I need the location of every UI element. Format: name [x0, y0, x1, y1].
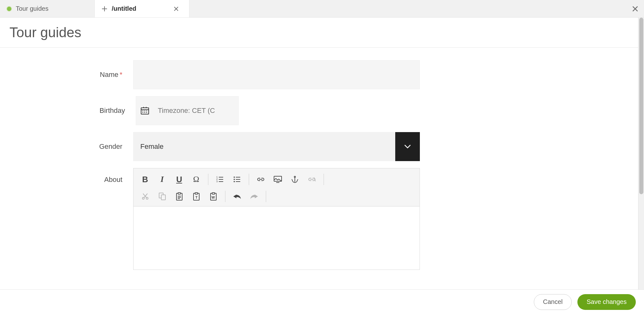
content-pane: Tour guides Name* Birthday	[0, 18, 638, 289]
label-name: Name*	[9, 71, 133, 79]
rich-text-editor: B I U Ω 1 2 3	[133, 168, 420, 270]
rte-toolbar: B I U Ω 1 2 3	[134, 168, 420, 206]
page-title: Tour guides	[0, 18, 638, 47]
toolbar-separator	[266, 191, 266, 202]
bold-button[interactable]: B	[137, 172, 153, 187]
form: Name* Birthday	[0, 48, 429, 270]
toolbar-separator	[324, 174, 324, 185]
svg-text:W: W	[212, 195, 215, 199]
paste-word-button[interactable]: W	[206, 189, 221, 204]
save-button[interactable]: Save changes	[577, 294, 636, 310]
redo-button[interactable]	[246, 189, 262, 204]
gender-select[interactable]: Female	[133, 132, 420, 161]
tab-label: /untitled	[112, 5, 136, 12]
birthday-input[interactable]	[153, 96, 239, 125]
link-button[interactable]	[253, 172, 269, 187]
row-gender: Gender Female	[9, 132, 420, 161]
unlink-button[interactable]	[304, 172, 320, 187]
svg-point-8	[294, 176, 295, 177]
status-dot-icon	[6, 6, 12, 12]
svg-point-4	[234, 177, 235, 178]
required-asterisk: *	[120, 71, 122, 78]
cancel-button[interactable]: Cancel	[534, 294, 572, 310]
svg-text:T: T	[195, 195, 198, 199]
svg-rect-16	[195, 193, 198, 194]
label-about: About	[9, 168, 133, 184]
label-birthday: Birthday	[9, 107, 136, 115]
ordered-list-button[interactable]: 1 2 3	[212, 172, 228, 187]
toolbar-separator	[225, 191, 225, 202]
scrollbar[interactable]	[638, 18, 644, 289]
calendar-icon[interactable]	[136, 96, 153, 125]
label-gender: Gender	[9, 142, 133, 151]
image-button[interactable]	[270, 172, 286, 187]
paste-button[interactable]	[171, 189, 187, 204]
paste-text-button[interactable]: T	[188, 189, 204, 204]
svg-rect-19	[212, 193, 215, 194]
unordered-list-button[interactable]	[229, 172, 245, 187]
row-about: About B I U Ω 1 2	[9, 168, 420, 270]
svg-rect-14	[178, 193, 181, 194]
cut-button[interactable]	[137, 189, 153, 204]
toolbar-separator	[249, 174, 249, 185]
underline-button[interactable]: U	[171, 172, 187, 187]
row-birthday: Birthday	[9, 96, 420, 125]
svg-point-5	[234, 179, 235, 180]
plus-icon	[101, 5, 108, 12]
svg-text:3: 3	[216, 180, 218, 183]
anchor-button[interactable]	[287, 172, 303, 187]
row-name: Name*	[9, 60, 420, 89]
tab-bar: Tour guides /untitled	[0, 0, 644, 18]
copy-button[interactable]	[154, 189, 170, 204]
italic-button[interactable]: I	[154, 172, 170, 187]
viewport: Tour guides Name* Birthday	[0, 18, 644, 289]
tab-tour-guides[interactable]: Tour guides	[0, 0, 95, 17]
scrollbar-thumb[interactable]	[639, 18, 643, 194]
close-tab-button[interactable]	[173, 5, 180, 12]
gender-select-value: Female	[133, 132, 395, 161]
chevron-down-icon[interactable]	[395, 132, 420, 161]
close-panel-button[interactable]	[626, 0, 644, 17]
special-char-button[interactable]: Ω	[188, 172, 204, 187]
footer-bar: Cancel Save changes	[0, 289, 644, 314]
name-input[interactable]	[133, 60, 420, 89]
svg-rect-12	[161, 195, 165, 200]
svg-point-6	[234, 181, 235, 182]
toolbar-separator	[208, 174, 208, 185]
tab-untitled[interactable]: /untitled	[95, 0, 189, 17]
tab-label: Tour guides	[16, 5, 48, 12]
undo-button[interactable]	[229, 189, 245, 204]
rte-content[interactable]	[134, 206, 420, 270]
